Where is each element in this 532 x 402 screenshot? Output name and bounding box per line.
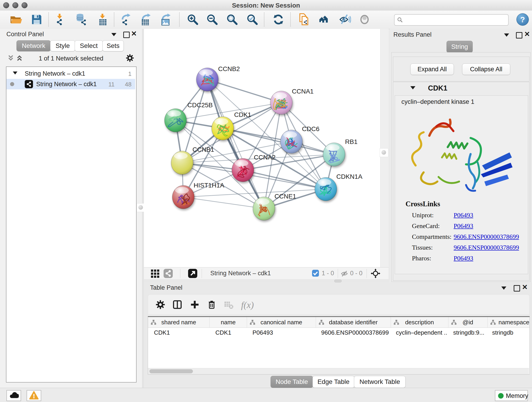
- refresh-view-button[interactable]: [272, 13, 285, 26]
- results-panel-close-button[interactable]: ✕: [524, 32, 530, 37]
- export-table-button[interactable]: [139, 13, 153, 26]
- table-panel-close-button[interactable]: ✕: [522, 285, 528, 290]
- node-RB1[interactable]: RB1: [323, 138, 357, 166]
- tab-network-table[interactable]: Network Table: [354, 376, 405, 388]
- show-hidden-button[interactable]: [358, 13, 371, 26]
- function-builder-button[interactable]: f(x): [238, 299, 257, 311]
- view-grid-mode-button[interactable]: [151, 269, 159, 278]
- horizontal-scrollbar[interactable]: [148, 368, 529, 374]
- horizontal-splitter-grip[interactable]: [334, 280, 342, 282]
- import-network-database-button[interactable]: [74, 13, 88, 26]
- expand-all-button[interactable]: Expand All: [410, 64, 454, 75]
- node-CDKN1A[interactable]: CDKN1A: [315, 173, 362, 201]
- view-network-mode-button[interactable]: [164, 269, 173, 278]
- column-tree-icon: [319, 319, 324, 325]
- network-view-toolbar: String Network – cdk1 1 - 0 0 - 0: [144, 267, 389, 280]
- selected-checkbox[interactable]: [312, 270, 319, 277]
- edge-CCNB2-CCNA1[interactable]: [207, 80, 281, 103]
- column-header-namespace[interactable]: namespace: [488, 317, 530, 327]
- network-options-gear-button[interactable]: [126, 54, 134, 62]
- warnings-button[interactable]: [27, 390, 41, 401]
- column-header-description[interactable]: description: [391, 317, 448, 327]
- column-header-canonical-name[interactable]: canonical name: [247, 317, 316, 327]
- results-panel: Results Panel ✕ String Expand All Collap…: [389, 29, 532, 282]
- help-label: ?: [520, 15, 525, 24]
- search-input[interactable]: [405, 16, 507, 24]
- edge-CCNE1-HIST1H1A[interactable]: [183, 197, 264, 209]
- right-splitter-grip[interactable]: [380, 148, 388, 157]
- tab-string[interactable]: String: [447, 41, 473, 53]
- zoom-out-button[interactable]: [206, 13, 219, 26]
- crosslink-link[interactable]: P06493: [454, 255, 473, 262]
- node-CCNB1[interactable]: CCNB1: [171, 146, 214, 174]
- network-canvas[interactable]: CCNB2CCNA1CDC25BCDK1CDC6RB1CCNB1CCNA2CDK…: [144, 29, 380, 267]
- network-row-selected[interactable]: String Network – cdk1 11 48: [6, 79, 135, 89]
- new-network-from-selection-button[interactable]: [298, 13, 311, 26]
- tab-sets[interactable]: Sets: [102, 40, 124, 51]
- crosslink-link[interactable]: 9606.ENSP00000378699: [454, 233, 519, 240]
- results-panel-float-button[interactable]: [516, 32, 522, 39]
- node-label-RB1: RB1: [345, 138, 357, 145]
- network-collection-row[interactable]: String Network – cdk1 1: [6, 68, 135, 79]
- control-panel-close-button[interactable]: ✕: [131, 31, 137, 37]
- show-columns-button[interactable]: [171, 299, 183, 311]
- memory-button[interactable]: Memory: [495, 390, 528, 401]
- crosslink-row: GeneCard:P06493: [395, 221, 528, 232]
- crosslink-link[interactable]: P06493: [454, 211, 473, 219]
- open-session-button[interactable]: [10, 13, 23, 26]
- delete-column-button[interactable]: [206, 299, 218, 311]
- column-header-shared-name[interactable]: shared name: [148, 317, 210, 327]
- column-header--id[interactable]: @id: [448, 317, 488, 327]
- protein-section-header[interactable]: CDK1: [393, 82, 529, 95]
- node-gloss-highlight: [199, 70, 213, 76]
- node-CCNE1[interactable]: CCNE1: [253, 193, 296, 220]
- export-network-button[interactable]: [120, 13, 133, 26]
- tab-edge-table[interactable]: Edge Table: [312, 376, 355, 388]
- protein-name: CDK1: [428, 84, 447, 92]
- table-row[interactable]: CDK1CDK1P064939606.ENSP00000378699cyclin…: [148, 327, 530, 338]
- save-session-button[interactable]: [30, 13, 43, 26]
- tab-node-table[interactable]: Node Table: [271, 376, 313, 388]
- collapse-all-networks-button[interactable]: [7, 54, 15, 62]
- cloud-status-button[interactable]: [6, 390, 21, 401]
- delete-table-button[interactable]: [223, 299, 234, 311]
- create-column-button[interactable]: [189, 299, 201, 311]
- zoom-in-button[interactable]: [186, 13, 199, 26]
- close-icon: ✕: [131, 30, 137, 37]
- column-header-name[interactable]: name: [210, 317, 247, 327]
- node-CDK1[interactable]: CDK1: [212, 111, 251, 140]
- tab-network[interactable]: Network: [17, 40, 51, 51]
- table-panel-float-button[interactable]: [514, 285, 520, 292]
- collapse-all-button[interactable]: Collapse All: [462, 64, 510, 75]
- crosslink-link[interactable]: 9606.ENSP00000378699: [454, 244, 519, 251]
- import-table-file-button[interactable]: [96, 13, 109, 26]
- hide-selected-button[interactable]: [338, 13, 351, 26]
- column-header-label: description: [405, 319, 434, 326]
- export-image-button[interactable]: [159, 13, 173, 26]
- tab-select[interactable]: Select: [75, 40, 103, 51]
- expand-all-networks-button[interactable]: [16, 54, 23, 62]
- table-options-gear-button[interactable]: [154, 299, 166, 311]
- zoom-fit-button[interactable]: [225, 13, 239, 26]
- node-gloss-highlight: [234, 160, 248, 166]
- control-panel-float-button[interactable]: [123, 32, 130, 39]
- canvas-side-strip: [380, 29, 389, 267]
- detach-view-button[interactable]: [188, 269, 197, 278]
- node-CDC25B[interactable]: CDC25B: [165, 102, 213, 132]
- edge-CCNB2-CCNE1[interactable]: [207, 80, 264, 209]
- zoom-selected-button[interactable]: [246, 13, 259, 26]
- column-header-database-identifier[interactable]: database identifier: [316, 317, 391, 327]
- show-all-views-button[interactable]: [318, 13, 332, 26]
- node-CCNA1[interactable]: CCNA1: [270, 88, 314, 114]
- tab-style[interactable]: Style: [50, 40, 75, 51]
- table-panel-menu-button[interactable]: [501, 287, 506, 290]
- results-panel-menu-button[interactable]: [504, 33, 509, 37]
- help-button[interactable]: ?: [516, 13, 529, 26]
- control-panel-menu-button[interactable]: [111, 33, 116, 37]
- import-network-file-button[interactable]: [53, 13, 66, 26]
- birds-eye-toggle-button[interactable]: [371, 269, 380, 278]
- crosslink-link[interactable]: P06493: [454, 222, 473, 230]
- scrollbar-thumb[interactable]: [149, 369, 193, 373]
- edge-CCNA2-CDKN1A[interactable]: [243, 170, 326, 189]
- collection-expand-icon[interactable]: [13, 71, 17, 75]
